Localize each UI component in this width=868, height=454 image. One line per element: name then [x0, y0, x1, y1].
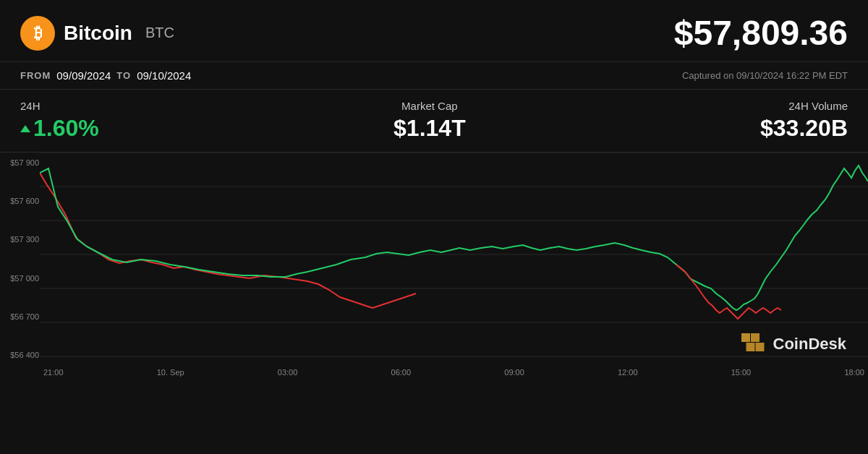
coin-name: Bitcoin	[64, 22, 132, 45]
stat-24h-change: 24H 1.60%	[20, 100, 99, 142]
y-label-0: $57 900	[3, 158, 39, 167]
arrow-up-icon	[20, 125, 30, 132]
change-value-row: 1.60%	[20, 115, 99, 142]
price-chart	[40, 153, 868, 359]
x-label-1200: 12:00	[618, 368, 638, 377]
to-label: TO	[116, 70, 131, 81]
market-cap-label: Market Cap	[393, 100, 466, 112]
svg-rect-10	[751, 333, 760, 342]
coin-ticker: BTC	[145, 25, 174, 41]
date-row: FROM 09/09/2024 TO 09/10/2024 Captured o…	[0, 62, 868, 90]
svg-rect-13	[741, 333, 750, 342]
svg-rect-11	[746, 343, 754, 351]
chart-container: $57 900 $57 600 $57 300 $57 000 $56 700 …	[0, 153, 868, 377]
y-label-2: $57 300	[3, 235, 39, 244]
coindesk-watermark: CoinDesk	[741, 333, 846, 355]
chart-line-red	[40, 173, 416, 308]
market-cap-value: $1.14T	[393, 115, 466, 142]
volume-value: $33.20B	[760, 115, 848, 142]
stat-volume: 24H Volume $33.20B	[760, 100, 848, 142]
logo-area: ₿ Bitcoin BTC	[20, 16, 174, 51]
bitcoin-logo-icon: ₿	[20, 16, 55, 51]
y-axis: $57 900 $57 600 $57 300 $57 000 $56 700 …	[0, 153, 40, 377]
svg-text:₿: ₿	[34, 24, 42, 42]
from-label: FROM	[20, 70, 51, 81]
x-label-sep10: 10. Sep	[157, 368, 184, 377]
change-label: 24H	[20, 100, 99, 112]
x-label-0600: 06:00	[391, 368, 412, 377]
x-label-0300: 03:00	[278, 368, 298, 377]
y-label-3: $57 000	[3, 274, 39, 283]
stat-market-cap: Market Cap $1.14T	[393, 100, 466, 142]
from-date: 09/09/2024	[56, 69, 111, 82]
change-value: 1.60%	[33, 115, 99, 142]
y-label-5: $56 400	[3, 351, 39, 359]
stats-row: 24H 1.60% Market Cap $1.14T 24H Volume $…	[0, 90, 868, 153]
to-date: 09/10/2024	[137, 69, 191, 82]
x-label-0900: 09:00	[504, 368, 524, 377]
chart-line-red-2	[676, 265, 781, 319]
y-label-4: $56 700	[3, 312, 39, 321]
price-display: $57,809.36	[674, 13, 848, 53]
header: ₿ Bitcoin BTC $57,809.36	[0, 0, 868, 62]
volume-label: 24H Volume	[760, 100, 848, 112]
date-range: FROM 09/09/2024 TO 09/10/2024	[20, 69, 191, 82]
coindesk-logo-icon	[741, 333, 769, 355]
captured-info: Captured on 09/10/2024 16:22 PM EDT	[682, 70, 848, 81]
x-axis: 21:00 10. Sep 03:00 06:00 09:00 12:00 15…	[40, 368, 868, 377]
coindesk-label: CoinDesk	[773, 335, 846, 354]
x-label-2100: 21:00	[43, 368, 64, 377]
y-label-1: $57 600	[3, 197, 39, 205]
svg-rect-12	[755, 343, 764, 351]
x-label-1800: 18:00	[844, 368, 864, 377]
x-label-1500: 15:00	[731, 368, 752, 377]
